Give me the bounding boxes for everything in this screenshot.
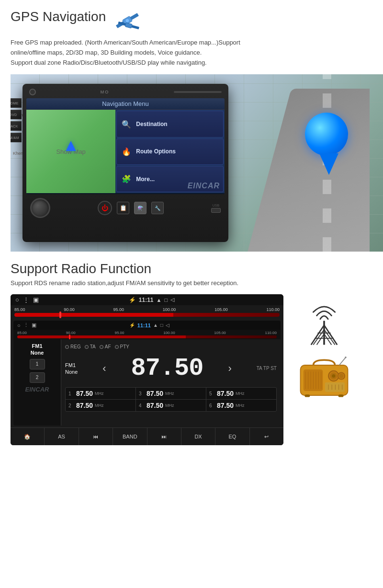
preset-cell-6[interactable]: 6 87.50 MHz [206, 400, 276, 411]
fm-am-button[interactable]: FM/AM [11, 133, 22, 142]
inner-top-center: ⚡ 11:11 ▲ □ ◁ [129, 323, 169, 328]
inner-freq-bar: 85.00 90.00 95.00 100.00 105.00 110.00 [17, 331, 277, 338]
power-button[interactable] [29, 89, 36, 95]
freq-label-3: 100.00 [163, 307, 176, 312]
radio-home-btn[interactable]: 🏠 [11, 428, 45, 445]
preset-num-4: 4 [139, 403, 145, 408]
nav-destination[interactable]: 🔍 Destination [116, 111, 224, 137]
preset-cell-4[interactable]: 4 87.50 MHz [136, 400, 206, 411]
pin-tail [319, 153, 338, 175]
tool-icon-btn[interactable]: 🔧 [151, 202, 164, 214]
usb-area: USB [211, 204, 221, 213]
volume-knob[interactable] [30, 198, 50, 218]
inner-freq-track [17, 335, 277, 338]
menu-icon-btn[interactable]: 📋 [117, 202, 129, 214]
gps-section: GPS Navigation Free GPS map preloaded. (… [0, 0, 383, 252]
station-name: None [65, 369, 78, 375]
device-outer: MO Navigation Menu Show Map ▲ 🔍 [23, 84, 228, 242]
home-button[interactable]: HOME [11, 98, 22, 108]
gps-image-container: Sekhwan Khen Tungan Sajuma Nagra HOME DV… [11, 74, 383, 252]
gps-header: GPS Navigation [11, 9, 372, 35]
radio-main: REG TA AF P [61, 339, 281, 426]
svg-line-30 [339, 357, 346, 365]
freq-label-1: 90.00 [64, 307, 75, 312]
gps-title: GPS Navigation [11, 9, 106, 25]
inner-dots-icon: ⋮ [23, 322, 29, 328]
svg-point-29 [339, 374, 344, 378]
preset-cell-5[interactable]: 5 87.50 MHz [206, 388, 276, 399]
inner-freq-labels: 85.00 90.00 95.00 100.00 105.00 110.00 [17, 331, 277, 335]
preset-2-btn[interactable]: 2 [30, 372, 45, 383]
inner-freq-3: 100.00 [163, 331, 175, 335]
inner-time: 11:11 [137, 323, 151, 328]
svg-point-27 [332, 374, 335, 378]
freq-track-top [14, 313, 280, 317]
car-radio-device: HOME DVD BACK FM/AM MO Navigation Menu [23, 84, 228, 242]
preset-cell-1[interactable]: 1 87.50 MHz [66, 388, 136, 399]
radio-band-btn[interactable]: BAND [113, 428, 147, 445]
preset-freq-5: 87.50 [217, 390, 234, 397]
pty-reg-label: REG [70, 344, 81, 349]
preset-cell-3[interactable]: 3 87.50 MHz [136, 388, 206, 399]
destination-label: Destination [136, 121, 167, 127]
radio-top-icons: ○ ⋮ ▣ [15, 296, 39, 303]
inner-screen-icon: ▣ [32, 322, 36, 328]
radio-section: Support Radio Function Support RDS renam… [0, 252, 383, 445]
preset-mhz-6: MHz [236, 403, 245, 408]
power-icon-btn[interactable]: ⏻ [98, 201, 112, 215]
radio-dots-icon: ⋮ [23, 296, 29, 303]
svg-point-31 [345, 357, 347, 358]
pty-ta-radio [85, 345, 89, 349]
freq-left-arrow[interactable]: ‹ [102, 362, 106, 375]
device-side-buttons: HOME DVD BACK FM/AM [11, 98, 22, 142]
disc-slot [174, 91, 222, 93]
svg-rect-4 [125, 23, 132, 28]
inner-needle [69, 334, 70, 339]
preset-cell-2[interactable]: 2 87.50 MHz [66, 400, 136, 411]
preset-mhz-3: MHz [165, 391, 174, 396]
back-icon: ◁ [170, 297, 174, 303]
location-pin [300, 113, 353, 175]
usb-label: USB [213, 204, 219, 207]
device-screen: Navigation Menu Show Map ▲ 🔍 Destination [26, 98, 225, 194]
dvd-button[interactable]: DVD [11, 110, 22, 119]
nav-route-options[interactable]: 🔥 Route Options [116, 138, 224, 165]
preset-mhz-4: MHz [165, 403, 174, 408]
pty-reg-radio [65, 345, 69, 349]
svg-rect-34 [325, 382, 345, 392]
preset-mhz-1: MHz [95, 391, 104, 396]
pty-row: REG TA AF P [65, 343, 277, 352]
radio-back-btn[interactable]: ↩ [250, 428, 283, 445]
pty-af-label: AF [105, 344, 111, 349]
inner-freq-4: 105.00 [214, 331, 225, 335]
radio-bottom-bar: 🏠 AS ⏮ BAND ⏭ DX EQ ↩ [11, 427, 283, 445]
nav-menu-items: 🔍 Destination 🔥 Route Options 🧩 More... [115, 110, 225, 193]
radio-next-btn[interactable]: ⏭ [147, 428, 181, 445]
preset-num-2: 2 [68, 403, 74, 408]
settings-icon-btn[interactable]: ⚗️ [134, 202, 146, 214]
inner-freq-5: 110.00 [265, 331, 276, 335]
vintage-radio-icon [298, 357, 350, 400]
radio-dx-btn[interactable]: DX [181, 428, 215, 445]
radio-time: 11:11 [139, 297, 154, 303]
eincar-watermark: EINCAR [188, 182, 220, 190]
svg-rect-2 [130, 13, 139, 20]
radio-prev-btn[interactable]: ⏮ [79, 428, 113, 445]
preset-freq-3: 87.50 [146, 390, 163, 397]
radio-left-panel: FM1 None 1 2 EINCAR [13, 339, 61, 426]
freq-right-arrow[interactable]: › [228, 362, 231, 375]
freq-label-5: 110.00 [266, 307, 280, 312]
radio-top-center: ⚡ 11:11 ▲ □ ◁ [129, 297, 174, 303]
radio-as-btn[interactable]: AS [45, 428, 79, 445]
route-label: Route Options [136, 148, 176, 155]
preset-freq-1: 87.50 [76, 390, 93, 397]
inner-radio: ○ ⋮ ▣ ⚡ 11:11 ▲ □ ◁ 85 [13, 321, 281, 426]
svg-line-11 [324, 325, 337, 345]
radio-eq-btn[interactable]: EQ [215, 428, 249, 445]
station-band: FM1 [65, 362, 78, 369]
preset-1-btn[interactable]: 1 [30, 359, 45, 369]
back-button[interactable]: BACK [11, 121, 22, 131]
inner-window-icon: □ [160, 323, 163, 328]
radio-controls: FM1 None 1 2 EINCAR REG [13, 339, 281, 426]
inner-signal-icon: ▲ [153, 323, 158, 328]
